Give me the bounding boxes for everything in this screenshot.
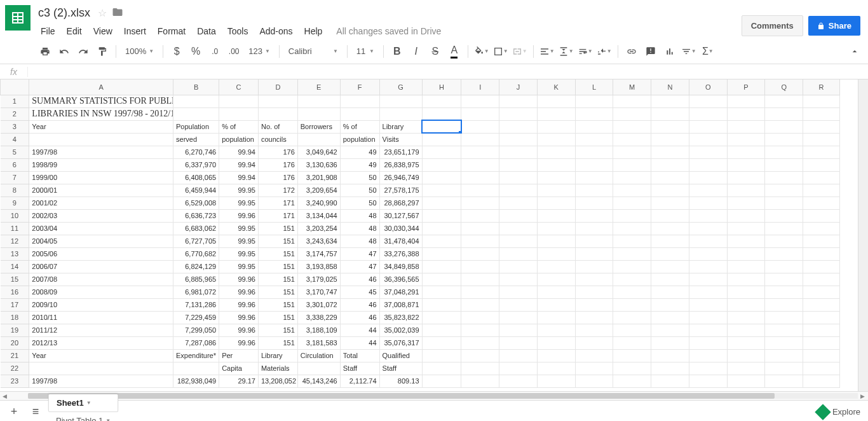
menu-help[interactable]: Help bbox=[299, 24, 328, 39]
cell-H8[interactable] bbox=[422, 184, 461, 197]
cell-P6[interactable] bbox=[727, 158, 765, 171]
cell-B9[interactable]: 6,529,008 bbox=[173, 197, 219, 209]
cell-J8[interactable] bbox=[499, 184, 538, 197]
cell-L20[interactable] bbox=[575, 336, 613, 349]
cell-D19[interactable]: 151 bbox=[258, 324, 297, 336]
cell-A11[interactable]: 2003/04 bbox=[29, 222, 173, 235]
cell-C8[interactable]: 99.95 bbox=[219, 184, 259, 197]
cell-B18[interactable]: 7,229,459 bbox=[173, 311, 219, 324]
cell-Q21[interactable] bbox=[765, 349, 803, 362]
collapse-toolbar-icon[interactable] bbox=[846, 43, 863, 60]
cell-Q23[interactable] bbox=[765, 375, 803, 387]
cell-I3[interactable] bbox=[461, 120, 499, 133]
cell-E8[interactable]: 3,209,654 bbox=[297, 184, 340, 197]
menu-edit[interactable]: Edit bbox=[62, 24, 87, 39]
cell-J19[interactable] bbox=[499, 324, 538, 336]
cell-H2[interactable] bbox=[422, 107, 461, 120]
col-header-D[interactable]: D bbox=[258, 79, 297, 95]
cell-O2[interactable] bbox=[689, 107, 727, 120]
cell-F18[interactable]: 46 bbox=[340, 311, 379, 324]
cell-M23[interactable] bbox=[613, 375, 651, 387]
cell-K6[interactable] bbox=[537, 158, 575, 171]
cell-K17[interactable] bbox=[537, 298, 575, 311]
cell-L7[interactable] bbox=[575, 171, 613, 184]
cell-L11[interactable] bbox=[575, 222, 613, 235]
cell-G15[interactable]: 36,396,565 bbox=[379, 273, 422, 286]
cell-I19[interactable] bbox=[461, 324, 499, 336]
row-header-3[interactable]: 3 bbox=[1, 120, 29, 133]
cell-J22[interactable] bbox=[499, 362, 538, 375]
cell-C1[interactable] bbox=[219, 95, 259, 107]
cell-G12[interactable]: 31,478,404 bbox=[379, 235, 422, 247]
cell-C5[interactable]: 99.94 bbox=[219, 146, 259, 158]
cell-F6[interactable]: 49 bbox=[340, 158, 379, 171]
cell-H20[interactable] bbox=[422, 336, 461, 349]
cell-Q19[interactable] bbox=[765, 324, 803, 336]
cell-P4[interactable] bbox=[727, 133, 765, 146]
cell-O3[interactable] bbox=[689, 120, 727, 133]
row-header-18[interactable]: 18 bbox=[1, 311, 29, 324]
cell-R4[interactable] bbox=[803, 133, 840, 146]
cell-Q6[interactable] bbox=[765, 158, 803, 171]
cell-N4[interactable] bbox=[651, 133, 689, 146]
cell-E23[interactable]: 45,143,246 bbox=[297, 375, 340, 387]
cell-H13[interactable] bbox=[422, 247, 461, 260]
cell-N18[interactable] bbox=[651, 311, 689, 324]
cell-P2[interactable] bbox=[727, 107, 765, 120]
cell-P22[interactable] bbox=[727, 362, 765, 375]
formula-input[interactable] bbox=[28, 66, 868, 78]
cell-F19[interactable]: 44 bbox=[340, 324, 379, 336]
cell-F4[interactable]: population bbox=[340, 133, 379, 146]
row-header-15[interactable]: 15 bbox=[1, 273, 29, 286]
cell-L8[interactable] bbox=[575, 184, 613, 197]
cell-B22[interactable] bbox=[173, 362, 219, 375]
cell-A1[interactable]: SUMMARY STATISTICS FOR PUBLIC bbox=[29, 95, 173, 107]
cell-A22[interactable] bbox=[29, 362, 173, 375]
cell-R17[interactable] bbox=[803, 298, 840, 311]
menu-view[interactable]: View bbox=[88, 24, 118, 39]
cell-K18[interactable] bbox=[537, 311, 575, 324]
cell-F11[interactable]: 48 bbox=[340, 222, 379, 235]
cell-G8[interactable]: 27,578,175 bbox=[379, 184, 422, 197]
cell-F20[interactable]: 44 bbox=[340, 336, 379, 349]
menu-insert[interactable]: Insert bbox=[119, 24, 151, 39]
functions-icon[interactable]: Σ▼ bbox=[700, 43, 716, 60]
cell-L19[interactable] bbox=[575, 324, 613, 336]
cell-O19[interactable] bbox=[689, 324, 727, 336]
cell-A23[interactable]: 1997/98 bbox=[29, 375, 173, 387]
cell-P16[interactable] bbox=[727, 286, 765, 298]
cell-R13[interactable] bbox=[803, 247, 840, 260]
cell-M15[interactable] bbox=[613, 273, 651, 286]
cell-N2[interactable] bbox=[651, 107, 689, 120]
cell-Q16[interactable] bbox=[765, 286, 803, 298]
cell-K11[interactable] bbox=[537, 222, 575, 235]
undo-icon[interactable] bbox=[56, 43, 72, 60]
row-header-4[interactable]: 4 bbox=[1, 133, 29, 146]
cell-M11[interactable] bbox=[613, 222, 651, 235]
font-dropdown[interactable]: Calibri▼ bbox=[285, 44, 342, 59]
cell-Q11[interactable] bbox=[765, 222, 803, 235]
cell-N12[interactable] bbox=[651, 235, 689, 247]
cell-O17[interactable] bbox=[689, 298, 727, 311]
cell-G16[interactable]: 37,048,291 bbox=[379, 286, 422, 298]
cell-G9[interactable]: 28,868,297 bbox=[379, 197, 422, 209]
cell-P7[interactable] bbox=[727, 171, 765, 184]
cell-J10[interactable] bbox=[499, 209, 538, 222]
cell-K19[interactable] bbox=[537, 324, 575, 336]
cell-C10[interactable]: 99.96 bbox=[219, 209, 259, 222]
cell-K8[interactable] bbox=[537, 184, 575, 197]
cell-J1[interactable] bbox=[499, 95, 538, 107]
cell-D16[interactable]: 151 bbox=[258, 286, 297, 298]
row-header-14[interactable]: 14 bbox=[1, 260, 29, 273]
cell-G1[interactable] bbox=[379, 95, 422, 107]
cell-D21[interactable]: Library bbox=[258, 349, 297, 362]
cell-I10[interactable] bbox=[461, 209, 499, 222]
cell-M6[interactable] bbox=[613, 158, 651, 171]
cell-J12[interactable] bbox=[499, 235, 538, 247]
cell-J14[interactable] bbox=[499, 260, 538, 273]
scroll-right-icon[interactable]: ▶ bbox=[858, 392, 867, 400]
cell-A5[interactable]: 1997/98 bbox=[29, 146, 173, 158]
cell-O23[interactable] bbox=[689, 375, 727, 387]
cell-K2[interactable] bbox=[537, 107, 575, 120]
cell-J9[interactable] bbox=[499, 197, 538, 209]
